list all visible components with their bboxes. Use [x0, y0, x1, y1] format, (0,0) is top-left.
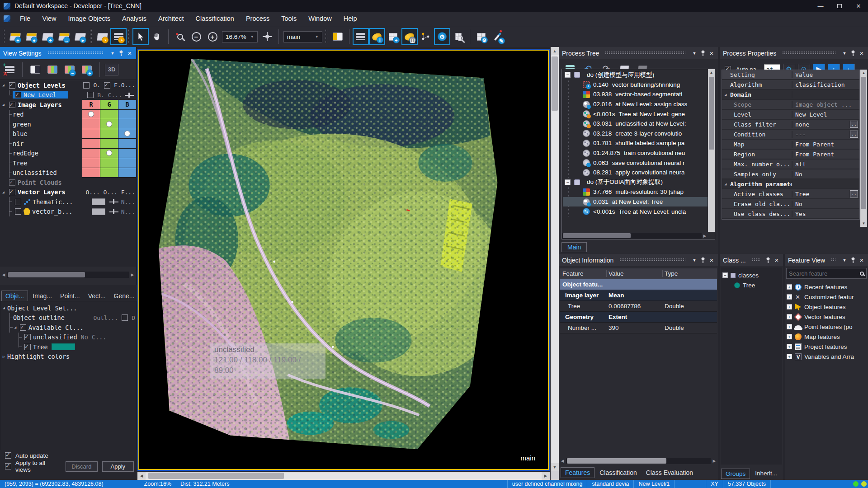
measure-pen-icon[interactable]: ✎ [490, 28, 506, 45]
class-hierarchy-header[interactable]: Class ... × [720, 254, 783, 266]
viewer-hscrollbar[interactable]: ◀ ▶ [137, 472, 550, 480]
pixel-view-icon[interactable]: i [369, 28, 385, 45]
layer-mix-view-icon[interactable] [45, 61, 60, 78]
close-icon[interactable]: × [859, 257, 865, 263]
process-tree-row[interactable]: − do (基于OBIA面向对象提取) [563, 178, 708, 188]
checkbox[interactable] [9, 179, 15, 186]
property-row[interactable]: ◢ Algorithm classification [722, 80, 859, 90]
toolbar-drag-handle[interactable] [90, 28, 93, 45]
image-layer-row[interactable]: red [0, 110, 136, 120]
channel-cell-b[interactable] [118, 139, 136, 149]
add-image-layer-icon[interactable]: + [39, 28, 56, 45]
close-button[interactable]: ✕ [849, 0, 868, 12]
left-dock-tab[interactable]: Obje... [1, 291, 28, 301]
property-row[interactable]: ◢ Samples only No [722, 169, 859, 179]
classification-view-icon[interactable]: ◫ [401, 28, 418, 45]
zoom-document-icon[interactable] [450, 28, 467, 45]
transparency-slider-icon[interactable] [109, 199, 118, 204]
image-layer-row[interactable]: Tree [0, 158, 136, 168]
expander-icon[interactable]: ◢ [722, 182, 729, 186]
close-icon[interactable]: × [774, 257, 780, 263]
property-row[interactable]: ◢ Domain [722, 90, 859, 100]
expander-icon[interactable]: ◢ [0, 306, 7, 310]
process-tree-vscrollbar[interactable]: ▲ [708, 69, 715, 232]
close-icon[interactable]: × [708, 50, 715, 56]
checkbox[interactable] [87, 92, 94, 98]
map-combo[interactable]: main▼ [283, 31, 322, 42]
property-row[interactable]: ◢ Class filter none .. [722, 120, 859, 130]
checkbox[interactable] [24, 344, 31, 350]
tree-row-point-clouds[interactable]: Point Clouds [0, 178, 136, 188]
scrollbar-thumb[interactable] [861, 77, 866, 209]
process-tree-row[interactable]: − 03.938 vector-based segmentati [563, 89, 708, 99]
expander-icon[interactable]: − [722, 272, 728, 278]
object-info-row[interactable]: Geometry Extent [560, 312, 717, 323]
expander-icon[interactable]: ◢ [722, 93, 729, 97]
menu-item[interactable]: Process [240, 12, 275, 26]
split-view-icon[interactable]: + [385, 28, 401, 45]
process-tree-row[interactable]: − 0.140 vector buffering/shrinking [563, 80, 708, 90]
channel-mixing-icon[interactable]: ◔ [94, 28, 110, 45]
checkbox[interactable] [9, 82, 15, 89]
outline-color-swatch[interactable] [92, 198, 105, 205]
left-dock-tab[interactable]: Vect... [85, 291, 109, 301]
channel-cell-b[interactable] [118, 119, 136, 129]
image-layer-row[interactable]: redEdge [0, 149, 136, 159]
property-row[interactable]: ◢ Erase old cla... No [722, 199, 859, 209]
feature-view-item[interactable]: + Point features (po [785, 322, 868, 332]
tree-row-vector-layers[interactable]: ◢ Vector Layers O... O... F... [0, 188, 136, 197]
zoom-level-combo[interactable]: 16.67%▼ [222, 31, 258, 42]
scroll-up-icon[interactable]: ▲ [708, 69, 715, 76]
checkbox[interactable] [20, 324, 26, 331]
property-row[interactable]: ◢ Algorithm parameters [722, 179, 859, 189]
expander-icon[interactable]: + [787, 314, 792, 319]
feature-view-header[interactable]: Feature View ▼ × [785, 254, 868, 266]
expander-icon[interactable]: + [787, 334, 792, 339]
zoom-in-icon[interactable]: + [204, 28, 221, 45]
remove-view-icon[interactable]: − [62, 61, 77, 78]
single-view-icon[interactable] [28, 61, 43, 78]
view-settings-icon[interactable]: ◔ [110, 28, 127, 45]
expander-icon[interactable]: − [565, 179, 571, 185]
property-row[interactable]: ◢ Condition --- .. [722, 130, 859, 140]
vector-layer-row[interactable]: Thematic... N... [0, 197, 136, 207]
process-tree-row[interactable]: − do (创建模型与应用模型) [563, 70, 708, 80]
class-hierarchy-tab[interactable]: Groups [721, 469, 750, 479]
scroll-left-icon[interactable]: ◀ [559, 459, 566, 463]
search-input[interactable] [789, 270, 858, 277]
process-tree-row[interactable]: − <0.001s Tree at New Level: gene [563, 109, 708, 119]
process-tree-row[interactable]: − 02.016 at New Level: assign class [563, 99, 708, 109]
channel-cell-b[interactable] [118, 168, 136, 178]
channel-cell-r[interactable] [82, 110, 100, 120]
expander-icon[interactable]: − [565, 72, 571, 78]
view-settings-header[interactable]: View Settings ▼ × [0, 47, 136, 59]
tree-row-tree-class[interactable]: Tree [0, 342, 136, 352]
cursor-tool-icon[interactable] [132, 28, 149, 45]
expander-icon[interactable]: ◢ [0, 190, 7, 194]
feature-view-item[interactable]: + Project features [785, 342, 868, 352]
class-hierarchy-tab[interactable]: Inherit... [751, 469, 781, 479]
channel-cell-b[interactable] [118, 158, 136, 168]
process-tree-row[interactable]: − 37.766 multi-resolution: 30 [shap [563, 187, 708, 197]
property-row[interactable]: ◢ Max. number o... all [722, 160, 859, 169]
close-icon[interactable]: × [127, 50, 133, 56]
expander-icon[interactable]: ▷ [0, 354, 7, 359]
scroll-up-icon[interactable]: ▲ [551, 47, 559, 55]
transparency-slider-icon[interactable] [109, 209, 118, 214]
process-tree-header[interactable]: Process Tree ▼ × [559, 47, 718, 59]
scrollbar-thumb[interactable] [148, 473, 284, 479]
feature-view-item[interactable]: + Customized featur [785, 292, 868, 302]
channel-cell-b[interactable] [118, 149, 136, 159]
feature-view-item[interactable]: + Recent features [785, 282, 868, 292]
object-info-tab[interactable]: Classification [595, 468, 641, 478]
process-tree-tab-main[interactable]: Main [561, 242, 587, 252]
tree-row-object-level-settings[interactable]: ◢ Object Level Set... [0, 303, 136, 313]
open-workspace-icon[interactable]: ▸ [72, 28, 88, 45]
tree-row-highlight-colors[interactable]: ▷ Hightlight colors [0, 352, 136, 362]
property-row[interactable]: ◢ Use class des... Yes [722, 209, 859, 219]
expander-icon[interactable]: + [787, 284, 792, 290]
process-tree-row[interactable]: − <0.001s Tree at New Level: uncla [563, 206, 708, 216]
process-tree-row[interactable]: − 01.781 shuffle labeled sample pa [563, 138, 708, 148]
feature-view-item[interactable]: + Object features [785, 302, 868, 312]
pan-tool-icon[interactable] [149, 28, 165, 45]
